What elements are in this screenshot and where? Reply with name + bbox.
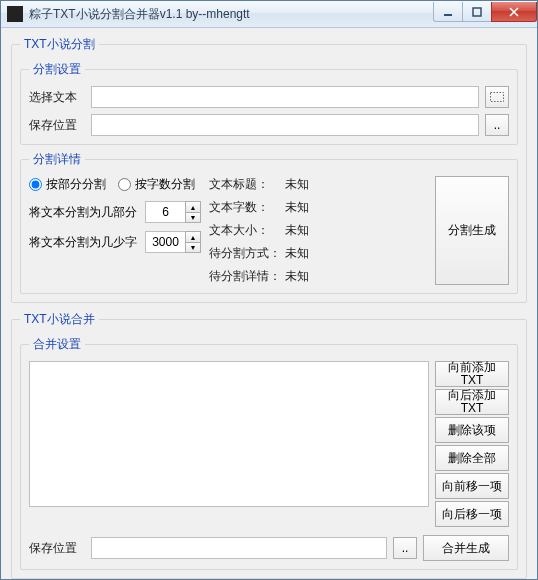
append-txt-button[interactable]: 向后添加TXT: [435, 389, 509, 415]
radio-by-parts[interactable]: 按部分分割: [29, 176, 106, 193]
merge-generate-button[interactable]: 合并生成: [423, 535, 509, 561]
merge-bottom-row: 保存位置 .. 合并生成: [29, 535, 509, 561]
merge-save-input[interactable]: [91, 537, 387, 559]
split-save-input[interactable]: [91, 114, 479, 136]
parts-row: 将文本分割为几部分 ▲ ▼: [29, 201, 201, 223]
info-mode-k: 待分割方式：: [209, 245, 281, 262]
parts-spin-buttons: ▲ ▼: [185, 201, 201, 223]
client-area: TXT小说分割 分割设置 选择文本 保存位置 ..: [1, 28, 537, 579]
split-settings-title: 分割设置: [29, 61, 85, 78]
info-mode: 待分割方式： 未知: [209, 245, 427, 262]
split-save-row: 保存位置 ..: [29, 114, 509, 136]
browse-dotted-icon: [490, 92, 504, 102]
choose-text-input[interactable]: [91, 86, 479, 108]
merge-save-label: 保存位置: [29, 540, 85, 557]
svg-rect-2: [491, 93, 504, 102]
info-title: 文本标题： 未知: [209, 176, 427, 193]
merge-settings-title: 合并设置: [29, 336, 85, 353]
app-window: 粽子TXT小说分割合并器v1.1 by--mhengtt TXT小说分割 分割设…: [0, 0, 538, 580]
split-group: TXT小说分割 分割设置 选择文本 保存位置 ..: [11, 36, 527, 303]
svg-rect-1: [473, 8, 481, 16]
info-detail: 待分割详情： 未知: [209, 268, 427, 285]
chars-label: 将文本分割为几少字: [29, 234, 139, 251]
move-up-button[interactable]: 向前移一项: [435, 473, 509, 499]
split-details-title: 分割详情: [29, 151, 85, 168]
split-details-grid: 按部分分割 按字数分割 将文本分割为几部分: [29, 176, 509, 285]
info-size: 文本大小： 未知: [209, 222, 427, 239]
chars-spinner: ▲ ▼: [145, 231, 201, 253]
merge-group-title: TXT小说合并: [20, 311, 99, 328]
parts-spin-down[interactable]: ▼: [185, 212, 201, 223]
radio-by-parts-label: 按部分分割: [46, 176, 106, 193]
split-group-title: TXT小说分割: [20, 36, 99, 53]
split-settings-group: 分割设置 选择文本 保存位置 ..: [20, 61, 518, 145]
minimize-button[interactable]: [433, 2, 463, 22]
maximize-button[interactable]: [462, 2, 492, 22]
radio-by-parts-input[interactable]: [29, 178, 42, 191]
svg-rect-0: [444, 14, 452, 16]
info-count-k: 文本字数：: [209, 199, 281, 216]
info-size-v: 未知: [285, 222, 309, 239]
chars-input[interactable]: [145, 231, 185, 253]
window-buttons: [434, 2, 537, 22]
parts-spin-up[interactable]: ▲: [185, 201, 201, 212]
split-generate-button[interactable]: 分割生成: [435, 176, 509, 285]
chars-spin-down[interactable]: ▼: [185, 242, 201, 253]
info-count-v: 未知: [285, 199, 309, 216]
merge-settings-group: 合并设置 向前添加TXT 向后添加TXT 删除该项 删除全部 向前移一项 向后移…: [20, 336, 518, 570]
choose-text-browse-button[interactable]: [485, 86, 509, 108]
merge-group: TXT小说合并 合并设置 向前添加TXT 向后添加TXT 删除该项 删除全部 向…: [11, 311, 527, 579]
window-title: 粽子TXT小说分割合并器v1.1 by--mhengtt: [29, 6, 434, 23]
maximize-icon: [472, 7, 482, 17]
merge-listbox[interactable]: [29, 361, 429, 507]
radio-by-chars-label: 按字数分割: [135, 176, 195, 193]
info-detail-v: 未知: [285, 268, 309, 285]
clear-all-button[interactable]: 删除全部: [435, 445, 509, 471]
close-icon: [509, 7, 519, 17]
info-size-k: 文本大小：: [209, 222, 281, 239]
remove-item-button[interactable]: 删除该项: [435, 417, 509, 443]
split-save-browse-button[interactable]: ..: [485, 114, 509, 136]
split-details-left: 按部分分割 按字数分割 将文本分割为几部分: [29, 176, 201, 285]
merge-area: 向前添加TXT 向后添加TXT 删除该项 删除全部 向前移一项 向后移一项: [29, 361, 509, 527]
info-mode-v: 未知: [285, 245, 309, 262]
split-save-label: 保存位置: [29, 117, 85, 134]
merge-save-browse-button[interactable]: ..: [393, 537, 417, 559]
minimize-icon: [443, 7, 453, 17]
split-details-group: 分割详情 按部分分割 按字数分割: [20, 151, 518, 294]
close-button[interactable]: [491, 2, 537, 22]
choose-text-label: 选择文本: [29, 89, 85, 106]
parts-input[interactable]: [145, 201, 185, 223]
app-icon: [7, 6, 23, 22]
split-mode-radios: 按部分分割 按字数分割: [29, 176, 201, 193]
info-title-k: 文本标题：: [209, 176, 281, 193]
titlebar: 粽子TXT小说分割合并器v1.1 by--mhengtt: [1, 1, 537, 28]
merge-buttons-column: 向前添加TXT 向后添加TXT 删除该项 删除全部 向前移一项 向后移一项: [435, 361, 509, 527]
chars-spin-buttons: ▲ ▼: [185, 231, 201, 253]
chars-spin-up[interactable]: ▲: [185, 231, 201, 242]
radio-by-chars-input[interactable]: [118, 178, 131, 191]
info-count: 文本字数： 未知: [209, 199, 427, 216]
info-detail-k: 待分割详情：: [209, 268, 281, 285]
parts-label: 将文本分割为几部分: [29, 204, 139, 221]
chars-row: 将文本分割为几少字 ▲ ▼: [29, 231, 201, 253]
choose-text-row: 选择文本: [29, 86, 509, 108]
info-title-v: 未知: [285, 176, 309, 193]
parts-spinner: ▲ ▼: [145, 201, 201, 223]
split-info-column: 文本标题： 未知 文本字数： 未知 文本大小： 未知 待分割方式：: [209, 176, 427, 285]
move-down-button[interactable]: 向后移一项: [435, 501, 509, 527]
prepend-txt-button[interactable]: 向前添加TXT: [435, 361, 509, 387]
radio-by-chars[interactable]: 按字数分割: [118, 176, 195, 193]
